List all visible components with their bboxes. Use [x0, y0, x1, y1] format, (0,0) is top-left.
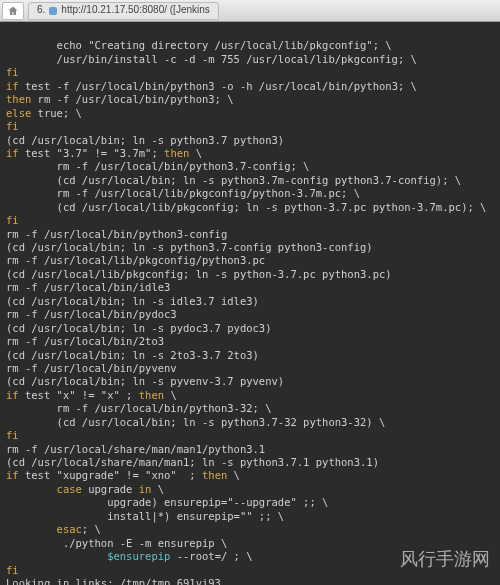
- line: (cd /usr/local/bin; ln -s python3.7 pyth…: [6, 134, 284, 146]
- line: (cd /usr/local/bin; ln -s python3.7m-con…: [6, 174, 461, 186]
- line: rm -f /usr/local/lib/pkgconfig/python-3.…: [6, 187, 360, 199]
- line: fi: [6, 429, 19, 441]
- line: (cd /usr/local/lib/pkgconfig; ln -s pyth…: [6, 201, 486, 213]
- line: else true; \: [6, 107, 82, 119]
- line: rm -f /usr/local/bin/python3.7-config; \: [6, 160, 309, 172]
- line: (cd /usr/local/bin; ln -s 2to3-3.7 2to3): [6, 349, 259, 361]
- line: rm -f /usr/local/bin/idle3: [6, 281, 170, 293]
- line: fi: [6, 564, 19, 576]
- line: (cd /usr/local/bin; ln -s idle3.7 idle3): [6, 295, 259, 307]
- line: rm -f /usr/local/lib/pkgconfig/python3.p…: [6, 254, 265, 266]
- line: rm -f /usr/local/bin/pydoc3: [6, 308, 177, 320]
- favicon-icon: [49, 7, 57, 15]
- line: fi: [6, 214, 19, 226]
- line: Looking in links: /tmp/tmp_691vi93: [6, 577, 221, 585]
- line: (cd /usr/local/bin; ln -s python3.7-32 p…: [6, 416, 385, 428]
- line: if test "x" != "x" ; then \: [6, 389, 177, 401]
- line: /usr/bin/install -c -d -m 755 /usr/local…: [6, 53, 417, 65]
- line: rm -f /usr/local/bin/python3-config: [6, 228, 227, 240]
- terminal-output[interactable]: echo "Creating directory /usr/local/lib/…: [0, 22, 500, 585]
- line: case upgrade in \: [6, 483, 164, 495]
- tab-title: http://10.21.17.50:8080/ ([Jenkins: [61, 4, 209, 17]
- line: if test "3.7" != "3.7m"; then \: [6, 147, 202, 159]
- line: ./python -E -m ensurepip \: [6, 537, 227, 549]
- line: if test "xupgrade" != "xno" ; then \: [6, 469, 240, 481]
- line: rm -f /usr/local/bin/2to3: [6, 335, 164, 347]
- line: rm -f /usr/local/share/man/man1/python3.…: [6, 443, 265, 455]
- tab-index: 6.: [37, 4, 45, 17]
- home-icon: [7, 5, 19, 17]
- line: then rm -f /usr/local/bin/python3; \: [6, 93, 234, 105]
- line: rm -f /usr/local/bin/python3-32; \: [6, 402, 272, 414]
- line: (cd /usr/local/lib/pkgconfig; ln -s pyth…: [6, 268, 392, 280]
- home-button[interactable]: [2, 2, 24, 20]
- line: fi: [6, 66, 19, 78]
- browser-tabbar: 6. http://10.21.17.50:8080/ ([Jenkins: [0, 0, 500, 22]
- line: (cd /usr/local/bin; ln -s python3.7-conf…: [6, 241, 373, 253]
- line: (cd /usr/local/share/man/man1; ln -s pyt…: [6, 456, 379, 468]
- line: install|*) ensurepip="" ;; \: [6, 510, 284, 522]
- line: echo "Creating directory /usr/local/lib/…: [6, 39, 392, 51]
- browser-tab[interactable]: 6. http://10.21.17.50:8080/ ([Jenkins: [28, 2, 219, 20]
- line: upgrade) ensurepip="--upgrade" ;; \: [6, 496, 328, 508]
- line: (cd /usr/local/bin; ln -s pydoc3.7 pydoc…: [6, 322, 272, 334]
- line: rm -f /usr/local/bin/pyvenv: [6, 362, 177, 374]
- line: (cd /usr/local/bin; ln -s pyvenv-3.7 pyv…: [6, 375, 284, 387]
- line: $ensurepip --root=/ ; \: [6, 550, 253, 562]
- line: esac; \: [6, 523, 101, 535]
- line: if test -f /usr/local/bin/python3 -o -h …: [6, 80, 417, 92]
- line: fi: [6, 120, 19, 132]
